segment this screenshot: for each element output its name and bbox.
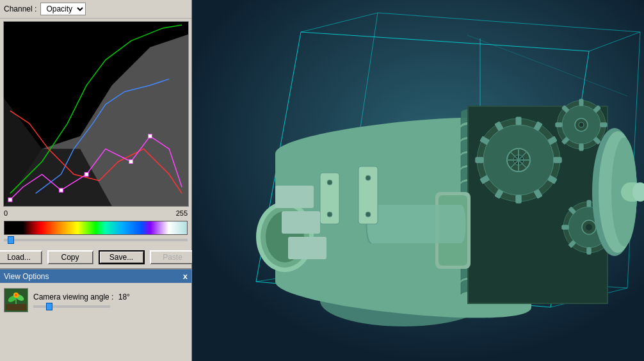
paste-button[interactable]: Paste — [150, 250, 196, 264]
view-options-panel: View Options x — [0, 268, 191, 361]
svg-rect-3 — [8, 198, 12, 202]
svg-rect-99 — [282, 211, 320, 234]
svg-rect-66 — [579, 144, 583, 150]
view-options-icon — [4, 288, 28, 312]
gradient-slider[interactable] — [4, 236, 188, 245]
svg-rect-48 — [476, 157, 483, 163]
channel-label: Channel : — [4, 4, 36, 13]
camera-angle-value: 18° — [118, 293, 130, 301]
svg-rect-45 — [516, 195, 521, 203]
channel-select[interactable]: Opacity RGB Red Green Blue Alpha — [40, 3, 86, 15]
gradient-bar — [4, 221, 188, 235]
slider-track — [4, 239, 188, 241]
camera-label: Camera viewing angle : 18° — [33, 293, 188, 301]
svg-rect-5 — [85, 172, 88, 176]
nature-icon — [6, 290, 26, 310]
svg-rect-68 — [556, 123, 562, 127]
camera-info: Camera viewing angle : 18° — [33, 293, 188, 308]
camera-slider-thumb[interactable] — [46, 303, 52, 310]
svg-rect-81 — [587, 248, 591, 254]
svg-rect-7 — [148, 134, 152, 138]
svg-rect-64 — [600, 123, 607, 127]
svg-point-97 — [366, 212, 371, 217]
save-button[interactable]: Save... — [99, 250, 145, 264]
svg-rect-9 — [6, 304, 26, 310]
left-panel: Channel : Opacity RGB Red Green Blue Alp… — [0, 0, 192, 361]
svg-point-71 — [579, 122, 584, 127]
svg-rect-59 — [579, 99, 583, 106]
view-options-header: View Options x — [0, 269, 191, 283]
svg-point-86 — [586, 224, 592, 230]
curve-canvas[interactable] — [4, 22, 188, 206]
svg-point-96 — [366, 175, 371, 180]
view-options-close-button[interactable]: x — [183, 271, 188, 281]
svg-rect-42 — [554, 157, 561, 163]
view-options-title: View Options — [4, 272, 49, 281]
channel-row: Channel : Opacity RGB Red Green Blue Alp… — [0, 0, 191, 19]
svg-rect-6 — [129, 160, 133, 164]
camera-slider-row — [33, 304, 188, 308]
curve-editor[interactable] — [3, 21, 189, 207]
camera-slider[interactable] — [33, 305, 110, 308]
scale-row: 0 255 — [0, 208, 191, 218]
copy-button[interactable]: Copy — [47, 250, 93, 264]
svg-rect-74 — [587, 200, 591, 207]
buttons-row: Load... Copy Save... Paste — [0, 246, 191, 268]
3d-viewport[interactable] — [192, 0, 644, 361]
svg-point-95 — [327, 212, 332, 217]
scale-max: 255 — [176, 209, 188, 217]
svg-point-14 — [15, 294, 17, 296]
svg-rect-83 — [562, 225, 568, 229]
svg-rect-4 — [59, 188, 63, 192]
gradient-slider-thumb[interactable] — [8, 236, 14, 244]
gradient-bar-container — [0, 218, 191, 246]
svg-rect-98 — [275, 186, 314, 208]
svg-rect-36 — [516, 117, 521, 125]
scale-min: 0 — [4, 209, 8, 217]
load-button[interactable]: Load... — [0, 250, 42, 264]
viewport-svg — [192, 0, 644, 361]
view-options-body: Camera viewing angle : 18° — [0, 283, 191, 317]
svg-point-94 — [327, 180, 332, 185]
svg-rect-100 — [288, 237, 326, 259]
